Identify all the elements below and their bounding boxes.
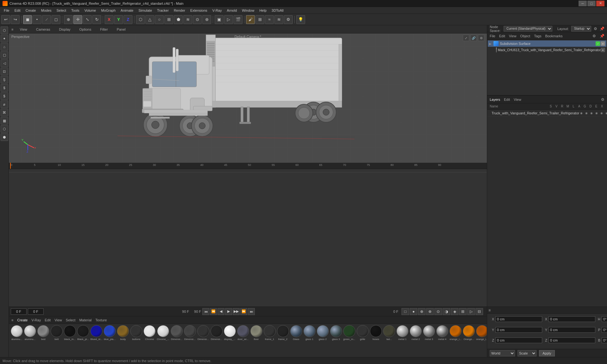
- material-item-18[interactable]: floor: [250, 325, 262, 341]
- menu-item-help[interactable]: Help: [257, 8, 269, 13]
- coord-z-input[interactable]: [495, 337, 542, 343]
- tool-1[interactable]: ⬡: [1, 27, 8, 34]
- tool-2[interactable]: ✦: [1, 35, 8, 42]
- obj-tab-tags[interactable]: Tags: [534, 34, 541, 38]
- menu-item-extensions[interactable]: Extensions: [188, 8, 210, 13]
- material-item-27[interactable]: hoses: [370, 325, 382, 341]
- coord-p-input[interactable]: [602, 327, 607, 333]
- render-pic-button[interactable]: 🎬: [234, 15, 242, 24]
- object-op-6[interactable]: ≋: [183, 15, 192, 24]
- y-axis-button[interactable]: Y: [114, 15, 123, 24]
- material-item-8[interactable]: body: [117, 325, 129, 341]
- coord-x2-input[interactable]: [549, 316, 595, 322]
- obj-item-truck[interactable]: Mack_CHU613_Truck_with_Vanguard_Reefer_S…: [488, 47, 606, 53]
- material-item-11[interactable]: Chrome_...: [157, 325, 169, 341]
- tool-6[interactable]: ⊡: [1, 68, 8, 75]
- layer-flag-a[interactable]: ◉: [604, 111, 607, 115]
- tool-8[interactable]: $: [1, 84, 8, 92]
- tool-4[interactable]: ▢: [1, 51, 8, 59]
- material-item-14[interactable]: Dimensi...: [197, 325, 209, 341]
- material-item-28[interactable]: lad...: [383, 325, 395, 341]
- window-controls[interactable]: ─ □ ✕: [579, 1, 604, 6]
- material-item-17[interactable]: door_wi...: [237, 325, 249, 341]
- obj-tab-file[interactable]: File: [490, 34, 495, 38]
- menu-item-select[interactable]: Select: [54, 8, 69, 13]
- material-item-2[interactable]: bed: [37, 325, 49, 341]
- layout-select[interactable]: Startup: [571, 26, 591, 32]
- layers-tab-layers[interactable]: Layers: [490, 98, 500, 101]
- flag-2[interactable]: ●: [601, 41, 605, 46]
- render-btn-10[interactable]: ⊟: [475, 308, 483, 315]
- tool-10[interactable]: ⌀: [1, 100, 8, 108]
- viewport-tab-cameras[interactable]: Cameras: [34, 27, 53, 32]
- bottom-tab-create[interactable]: Create: [17, 318, 28, 322]
- viewport-link-btn[interactable]: 🔗: [470, 35, 477, 41]
- render-btn-9[interactable]: ▷: [467, 308, 475, 315]
- menu-item-v-ray[interactable]: V-Ray: [210, 8, 224, 13]
- tool-12[interactable]: ▦: [1, 117, 8, 124]
- model-mode-button[interactable]: ◼: [23, 15, 32, 24]
- bottom-tab-texture[interactable]: Texture: [95, 318, 107, 322]
- timeline-transport[interactable]: ⏮ ⏪ ◀ ▶ ▶▶ ⏩ ⏭: [202, 308, 255, 315]
- obj-manager-btn1[interactable]: ⚙: [592, 34, 596, 38]
- minimize-button[interactable]: ─: [579, 1, 587, 6]
- viewport-menu-icon[interactable]: ≡: [11, 27, 13, 31]
- live-select-button[interactable]: ⊕: [64, 15, 73, 24]
- layers-settings-btn[interactable]: ⚙: [601, 97, 604, 102]
- layer-flag-v[interactable]: ◉: [584, 111, 589, 115]
- coord-y-input[interactable]: [495, 327, 542, 333]
- bottom-tab-edit[interactable]: Edit: [45, 318, 51, 322]
- menu-item-render[interactable]: Render: [171, 8, 188, 13]
- move-tool-button[interactable]: ✛: [73, 15, 82, 24]
- truck-flag-1[interactable]: ●: [601, 48, 605, 52]
- material-item-23[interactable]: glass 2: [317, 325, 329, 341]
- material-item-1[interactable]: aluminu...: [24, 325, 36, 341]
- node-space-select[interactable]: Current (Standard/Physical): [504, 26, 552, 32]
- obj-item-subdivision[interactable]: ▶ Subdivision Surface ✓ ●: [488, 40, 606, 47]
- timeline-playhead[interactable]: [10, 163, 11, 169]
- material-item-7[interactable]: blue_pla...: [104, 325, 116, 341]
- undo-button[interactable]: ↩: [1, 15, 10, 24]
- obj-tab-view[interactable]: View: [509, 34, 517, 38]
- object-op-5[interactable]: ⬟: [174, 15, 183, 24]
- tool-14[interactable]: ⬢: [1, 133, 8, 141]
- material-item-16[interactable]: display_...: [224, 325, 236, 341]
- texture-paint-button[interactable]: 🖌: [246, 15, 255, 24]
- menu-item-mograph[interactable]: MoGraph: [99, 8, 118, 13]
- material-item-32[interactable]: metal 4: [436, 325, 448, 341]
- viewport-maximize-btn[interactable]: ⤢: [463, 35, 469, 41]
- snap-button[interactable]: ⊞: [255, 15, 264, 24]
- material-item-30[interactable]: metal 2: [410, 325, 422, 341]
- obj-tab-bookmarks[interactable]: Bookmarks: [545, 34, 562, 38]
- material-item-33[interactable]: orange_i...: [450, 325, 462, 341]
- material-item-9[interactable]: buttons: [130, 325, 142, 341]
- viewport-tab-panel[interactable]: Panel: [114, 27, 128, 32]
- material-item-26[interactable]: grille: [357, 325, 369, 341]
- render-btn-6[interactable]: ◑: [443, 308, 450, 315]
- go-to-start-button[interactable]: ⏮: [202, 308, 209, 315]
- viewport-tab-view[interactable]: View: [17, 27, 30, 32]
- tool-5[interactable]: ◁: [1, 59, 8, 67]
- next-frame-button[interactable]: ▶▶: [233, 308, 240, 315]
- viewport-tab-options[interactable]: Options: [77, 27, 94, 32]
- object-op-4[interactable]: ⊞: [164, 15, 173, 24]
- z-axis-button[interactable]: Z: [124, 15, 132, 24]
- material-item-34[interactable]: Orange...: [463, 325, 475, 341]
- material-item-3[interactable]: belt: [51, 325, 63, 341]
- object-op-8[interactable]: ⊛: [202, 15, 211, 24]
- menu-item-tools[interactable]: Tools: [69, 8, 82, 13]
- render-view-button[interactable]: ▷: [224, 15, 233, 24]
- tool-9[interactable]: $: [1, 92, 8, 100]
- render-btn-3[interactable]: ⊕: [418, 308, 426, 315]
- tool-11[interactable]: ⌘: [1, 109, 8, 116]
- layer-row-truck[interactable]: Truck_with_Vanguard_Reefer_Semi_Trailer_…: [487, 110, 607, 117]
- material-item-35[interactable]: orange_i...: [476, 325, 487, 341]
- render-btn-4[interactable]: ⊕: [426, 308, 434, 315]
- render-btn-2[interactable]: ●: [410, 308, 417, 315]
- current-frame-input-2[interactable]: [28, 308, 44, 315]
- object-op-3[interactable]: ○: [155, 15, 164, 24]
- viewport-canvas[interactable]: Perspective Default Camera:* ⤢ 🔗 ⚙: [9, 33, 487, 163]
- tool-13[interactable]: ⬡: [1, 125, 8, 133]
- render-btn-5[interactable]: ⊙: [434, 308, 442, 315]
- play-button[interactable]: ▶: [225, 308, 232, 315]
